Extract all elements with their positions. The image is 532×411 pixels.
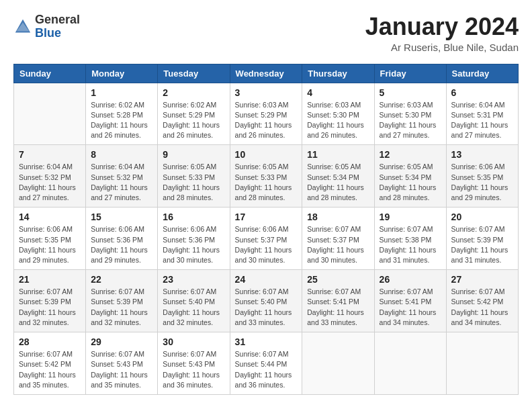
day-info: Sunrise: 6:05 AMSunset: 5:33 PMDaylight:… <box>235 162 298 203</box>
sunrise-text: Sunrise: 6:07 AM <box>91 287 152 297</box>
table-row: 12Sunrise: 6:05 AMSunset: 5:34 PMDayligh… <box>374 145 446 208</box>
month-title: January 2024 <box>365 13 519 40</box>
day-number: 8 <box>91 149 152 160</box>
daylight-text: Daylight: 11 hoursand 32 minutes. <box>163 308 224 328</box>
day-number: 3 <box>235 87 298 98</box>
day-number: 19 <box>380 212 441 222</box>
table-row: 2Sunrise: 6:02 AMSunset: 5:29 PMDaylight… <box>158 83 230 145</box>
sunrise-text: Sunrise: 6:07 AM <box>451 224 513 234</box>
sunrise-text: Sunrise: 6:02 AM <box>163 100 224 110</box>
sunrise-text: Sunrise: 6:06 AM <box>19 224 81 234</box>
day-number: 31 <box>235 336 298 347</box>
sunrise-text: Sunrise: 6:03 AM <box>307 100 369 110</box>
daylight-text: Daylight: 11 hoursand 27 minutes. <box>451 120 513 140</box>
daylight-text: Daylight: 11 hoursand 29 minutes. <box>91 245 152 265</box>
daylight-text: Daylight: 11 hoursand 28 minutes. <box>307 183 369 203</box>
table-row: 9Sunrise: 6:05 AMSunset: 5:33 PMDaylight… <box>158 145 230 208</box>
table-row: 18Sunrise: 6:07 AMSunset: 5:37 PMDayligh… <box>302 208 374 270</box>
sunset-text: Sunset: 5:40 PM <box>163 297 224 307</box>
daylight-text: Daylight: 11 hoursand 27 minutes. <box>19 183 81 203</box>
day-info: Sunrise: 6:07 AMSunset: 5:37 PMDaylight:… <box>307 224 369 265</box>
sunset-text: Sunset: 5:39 PM <box>19 297 81 307</box>
day-info: Sunrise: 6:02 AMSunset: 5:28 PMDaylight:… <box>91 100 152 141</box>
day-info: Sunrise: 6:07 AMSunset: 5:44 PMDaylight:… <box>235 349 298 390</box>
day-number: 22 <box>91 274 152 285</box>
day-number: 21 <box>19 274 81 285</box>
day-number: 11 <box>307 149 369 160</box>
sunrise-text: Sunrise: 6:07 AM <box>380 287 441 297</box>
daylight-text: Daylight: 11 hoursand 32 minutes. <box>19 308 81 328</box>
svg-marker-1 <box>17 22 30 31</box>
table-row: 30Sunrise: 6:07 AMSunset: 5:43 PMDayligh… <box>158 332 230 395</box>
sunset-text: Sunset: 5:35 PM <box>19 235 81 245</box>
sunrise-text: Sunrise: 6:03 AM <box>235 100 298 110</box>
sunset-text: Sunset: 5:28 PM <box>91 110 152 120</box>
table-row: 27Sunrise: 6:07 AMSunset: 5:42 PMDayligh… <box>446 270 518 332</box>
sunset-text: Sunset: 5:36 PM <box>91 235 152 245</box>
day-info: Sunrise: 6:07 AMSunset: 5:42 PMDaylight:… <box>451 287 513 328</box>
sunrise-text: Sunrise: 6:06 AM <box>235 224 298 234</box>
location: Ar Ruseris, Blue Nile, Sudan <box>365 42 519 53</box>
table-row: 28Sunrise: 6:07 AMSunset: 5:42 PMDayligh… <box>14 332 86 395</box>
day-number: 27 <box>451 274 513 285</box>
table-row: 23Sunrise: 6:07 AMSunset: 5:40 PMDayligh… <box>158 270 230 332</box>
daylight-text: Daylight: 11 hoursand 31 minutes. <box>451 245 513 265</box>
calendar: Sunday Monday Tuesday Wednesday Thursday… <box>13 64 519 395</box>
header: General Blue January 2024 Ar Ruseris, Bl… <box>13 13 519 53</box>
day-number: 25 <box>307 274 369 285</box>
day-info: Sunrise: 6:06 AMSunset: 5:36 PMDaylight:… <box>163 224 224 265</box>
sunrise-text: Sunrise: 6:07 AM <box>19 287 81 297</box>
day-number: 10 <box>235 149 298 160</box>
day-info: Sunrise: 6:05 AMSunset: 5:34 PMDaylight:… <box>307 162 369 203</box>
daylight-text: Daylight: 11 hoursand 27 minutes. <box>91 183 152 203</box>
sunrise-text: Sunrise: 6:07 AM <box>163 287 224 297</box>
table-row: 1Sunrise: 6:02 AMSunset: 5:28 PMDaylight… <box>86 83 158 145</box>
daylight-text: Daylight: 11 hoursand 33 minutes. <box>235 308 298 328</box>
day-number: 14 <box>19 212 81 222</box>
table-row: 3Sunrise: 6:03 AMSunset: 5:29 PMDaylight… <box>230 83 302 145</box>
table-row: 26Sunrise: 6:07 AMSunset: 5:41 PMDayligh… <box>374 270 446 332</box>
daylight-text: Daylight: 11 hoursand 29 minutes. <box>19 245 81 265</box>
table-row <box>446 332 518 395</box>
sunrise-text: Sunrise: 6:05 AM <box>307 162 369 172</box>
weekday-header-row: Sunday Monday Tuesday Wednesday Thursday… <box>14 64 519 83</box>
sunrise-text: Sunrise: 6:06 AM <box>91 224 152 234</box>
header-sunday: Sunday <box>14 64 86 83</box>
sunset-text: Sunset: 5:37 PM <box>307 235 369 245</box>
day-number: 15 <box>91 212 152 222</box>
sunset-text: Sunset: 5:41 PM <box>307 297 369 307</box>
table-row: 4Sunrise: 6:03 AMSunset: 5:30 PMDaylight… <box>302 83 374 145</box>
daylight-text: Daylight: 11 hoursand 36 minutes. <box>163 370 224 390</box>
day-info: Sunrise: 6:07 AMSunset: 5:40 PMDaylight:… <box>163 287 224 328</box>
calendar-week-row: 7Sunrise: 6:04 AMSunset: 5:32 PMDaylight… <box>14 145 519 208</box>
header-friday: Friday <box>374 64 446 83</box>
daylight-text: Daylight: 11 hoursand 35 minutes. <box>91 370 152 390</box>
daylight-text: Daylight: 11 hoursand 26 minutes. <box>235 120 298 140</box>
logo: General Blue <box>13 13 80 40</box>
daylight-text: Daylight: 11 hoursand 30 minutes. <box>163 245 224 265</box>
daylight-text: Daylight: 11 hoursand 26 minutes. <box>163 120 224 140</box>
day-info: Sunrise: 6:07 AMSunset: 5:41 PMDaylight:… <box>380 287 441 328</box>
day-number: 23 <box>163 274 224 285</box>
daylight-text: Daylight: 11 hoursand 34 minutes. <box>451 308 513 328</box>
sunrise-text: Sunrise: 6:05 AM <box>380 162 441 172</box>
day-info: Sunrise: 6:07 AMSunset: 5:42 PMDaylight:… <box>19 349 81 390</box>
day-number: 1 <box>91 87 152 98</box>
table-row: 22Sunrise: 6:07 AMSunset: 5:39 PMDayligh… <box>86 270 158 332</box>
day-number: 24 <box>235 274 298 285</box>
sunset-text: Sunset: 5:43 PM <box>163 359 224 369</box>
day-number: 4 <box>307 87 369 98</box>
table-row: 17Sunrise: 6:06 AMSunset: 5:37 PMDayligh… <box>230 208 302 270</box>
title-area: January 2024 Ar Ruseris, Blue Nile, Suda… <box>365 13 519 53</box>
table-row: 14Sunrise: 6:06 AMSunset: 5:35 PMDayligh… <box>14 208 86 270</box>
table-row: 24Sunrise: 6:07 AMSunset: 5:40 PMDayligh… <box>230 270 302 332</box>
sunrise-text: Sunrise: 6:04 AM <box>19 162 81 172</box>
sunset-text: Sunset: 5:32 PM <box>19 173 81 183</box>
calendar-week-row: 14Sunrise: 6:06 AMSunset: 5:35 PMDayligh… <box>14 208 519 270</box>
sunrise-text: Sunrise: 6:07 AM <box>235 349 298 359</box>
day-info: Sunrise: 6:05 AMSunset: 5:34 PMDaylight:… <box>380 162 441 203</box>
day-number: 26 <box>380 274 441 285</box>
day-info: Sunrise: 6:02 AMSunset: 5:29 PMDaylight:… <box>163 100 224 141</box>
day-number: 12 <box>380 149 441 160</box>
day-info: Sunrise: 6:04 AMSunset: 5:32 PMDaylight:… <box>91 162 152 203</box>
